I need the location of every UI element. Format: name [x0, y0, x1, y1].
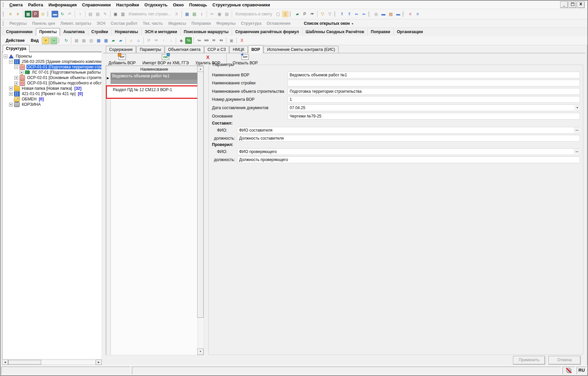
estimate-book-blue-icon[interactable]: ▰: [117, 37, 124, 44]
cut-icon[interactable]: ✂: [209, 11, 215, 17]
truck-icon[interactable]: ▬: [380, 11, 387, 17]
checker-fio-field[interactable]: ФИО проверяющего: [237, 148, 580, 155]
menu-rabota[interactable]: Работа: [25, 2, 46, 7]
pr-doc-icon[interactable]: ПР: [309, 11, 315, 17]
move-down-icon[interactable]: ↓: [167, 37, 174, 44]
doc-number-field[interactable]: 1: [288, 96, 580, 103]
expand-node-button[interactable]: +: [42, 37, 49, 44]
filter-icon[interactable]: ▽: [319, 11, 326, 17]
copy-structure-icon[interactable]: ≡: [7, 11, 14, 17]
workspace-tab-0[interactable]: Справочники: [3, 28, 36, 36]
scroll-right-button[interactable]: ▶: [96, 360, 102, 365]
edit-page-icon[interactable]: ▤: [191, 11, 198, 17]
expander-minus[interactable]: −: [4, 55, 7, 58]
panel-item-2[interactable]: Лимит. затраты: [58, 21, 94, 26]
house-settings-icon[interactable]: ⌂: [128, 37, 134, 44]
clipboard-icon[interactable]: ▯: [282, 11, 289, 17]
content-tab-1[interactable]: Параметры: [136, 46, 164, 53]
folder-settings-icon[interactable]: ▣: [228, 37, 235, 44]
outdent-left2-icon[interactable]: ⇐: [361, 11, 367, 17]
pr2-icon[interactable]: ПР: [210, 37, 217, 44]
panel-item-4[interactable]: Состав работ: [108, 21, 140, 26]
content-tab-2[interactable]: Объектная смета: [165, 46, 204, 53]
workspace-tab-2[interactable]: Аналитика: [60, 28, 88, 36]
tree-item[interactable]: +ОСР-03-01 [Объекты подсобного и обслуж: [2, 80, 101, 86]
object-estimate2-icon[interactable]: ▦: [102, 37, 109, 44]
composer-fio-browse-button[interactable]: ...: [574, 127, 580, 133]
workspace-tab-10[interactable]: Организации: [393, 28, 426, 36]
expander-plus[interactable]: +: [9, 92, 13, 96]
doc-date-field[interactable]: 07.04.25: [288, 104, 580, 111]
scrollbar-track[interactable]: [8, 360, 96, 365]
indent-up-icon[interactable]: ⇑: [339, 11, 345, 17]
project-list-icon[interactable]: ▦: [80, 37, 87, 44]
object-estimate-icon[interactable]: ▦: [95, 37, 102, 44]
menu-otdohnut[interactable]: Отдохнуть: [142, 2, 170, 7]
apply-button[interactable]: Применить: [513, 356, 545, 365]
list-header[interactable]: Наименование: [111, 66, 198, 73]
open-windows-list-button[interactable]: Список открытых окон▼: [302, 21, 356, 26]
menu-nastroyki[interactable]: Настройки: [114, 2, 142, 7]
menu-vid[interactable]: Вид: [28, 38, 42, 43]
tree-item[interactable]: −256-02-2025 [Здание спортивного комплек…: [2, 59, 101, 64]
copy-icon[interactable]: ▣: [216, 11, 223, 17]
menu-okno[interactable]: Окно: [170, 2, 186, 7]
expander-plus[interactable]: +: [20, 71, 23, 74]
content-tab-3[interactable]: ССР и СЗ: [204, 46, 229, 53]
tree-horizontal-scrollbar[interactable]: ◀ ▶: [2, 360, 102, 365]
filter-clear-icon[interactable]: ▽: [326, 11, 333, 17]
panel-item-6[interactable]: Индексы: [166, 21, 189, 26]
concrete-mixer-icon[interactable]: ◎: [373, 11, 379, 17]
refresh-tree-icon[interactable]: ↻: [63, 37, 69, 44]
save-icon[interactable]: ▬: [52, 11, 58, 17]
menu-strukturnye-spravochniki[interactable]: Структурные справочники: [210, 2, 273, 7]
composer-fio-field[interactable]: ФИО составителя: [237, 127, 580, 134]
content-tab-4[interactable]: НМЦК: [229, 46, 248, 53]
add-vor-button[interactable]: ВОР Добавить ВОР: [105, 53, 139, 66]
panel-item-9[interactable]: Структура: [238, 21, 264, 26]
workspace-tab-9[interactable]: Поправки: [367, 28, 393, 36]
tree-item[interactable]: +ЛС 07-01 [Подготовительные работы (: [2, 70, 101, 75]
excel-export-icon[interactable]: ▦: [25, 11, 31, 17]
workspace-tab-3[interactable]: Стройки: [88, 28, 112, 36]
m29-icon[interactable]: М29: [203, 37, 210, 44]
estimate-book-green-icon[interactable]: ▰: [110, 37, 117, 44]
insert-section-icon[interactable]: ▤: [94, 11, 101, 17]
expander-plus[interactable]: +: [9, 103, 13, 106]
tree-item[interactable]: +Новая папка [Новая папка][32]: [2, 86, 101, 91]
list-row-selected[interactable]: Ведомость объемов работ №1: [111, 73, 198, 85]
collapse-node-button[interactable]: −: [50, 37, 57, 44]
books-pink-icon[interactable]: ≡: [407, 11, 414, 17]
tab-structure[interactable]: Структура: [3, 45, 29, 52]
restore-button[interactable]: [569, 1, 576, 8]
add-project-icon[interactable]: ▦: [73, 37, 80, 44]
pdf-export-icon[interactable]: P: [32, 11, 39, 17]
menu-spravochniki[interactable]: Справочники: [79, 2, 114, 7]
content-tab-5[interactable]: ВОР: [248, 45, 264, 53]
panel-item-10[interactable]: Оглавление: [264, 21, 293, 26]
percent-table-icon[interactable]: %: [185, 37, 192, 44]
workspace-tab-6[interactable]: Поисковые маршруты: [180, 28, 232, 36]
basis-field[interactable]: Чертежи №79-25: [288, 113, 580, 120]
menu-informacia[interactable]: Информация: [46, 2, 79, 7]
machines-icon[interactable]: ▬: [395, 11, 401, 17]
expander-minus[interactable]: −: [9, 60, 13, 64]
tree-item[interactable]: −ОСР-01-01 [Подготовка территории строи: [2, 64, 101, 70]
project-page-icon[interactable]: ▤: [88, 37, 94, 44]
comment-icon[interactable]: ✎: [102, 11, 108, 17]
content-tab-6[interactable]: Исполнение Сметы контракта (ЕИС): [264, 46, 338, 53]
object-name-field[interactable]: Подготовка территории строительства: [288, 88, 580, 95]
expander-plus[interactable]: +: [14, 76, 18, 80]
books-blue-icon[interactable]: ≡: [414, 11, 421, 17]
vor-name-field[interactable]: Ведомость объемов работ №1: [288, 72, 580, 78]
recalc-icon[interactable]: ▦: [183, 11, 190, 17]
composer-position-field[interactable]: Должность составителя: [237, 135, 580, 142]
scroll-down-button[interactable]: ▼: [197, 349, 204, 355]
workspace-tab-7[interactable]: Справочник расчётных формул: [232, 28, 302, 36]
expander-plus[interactable]: +: [9, 87, 13, 90]
materials-icon[interactable]: ▤: [387, 11, 394, 17]
fz-icon[interactable]: ФЗ: [218, 37, 224, 44]
expander-minus[interactable]: −: [14, 65, 18, 69]
panel-item-7[interactable]: Поправки: [189, 21, 214, 26]
tree-item[interactable]: +421-01-01 [Проект по 421 пр][0]: [2, 91, 101, 96]
